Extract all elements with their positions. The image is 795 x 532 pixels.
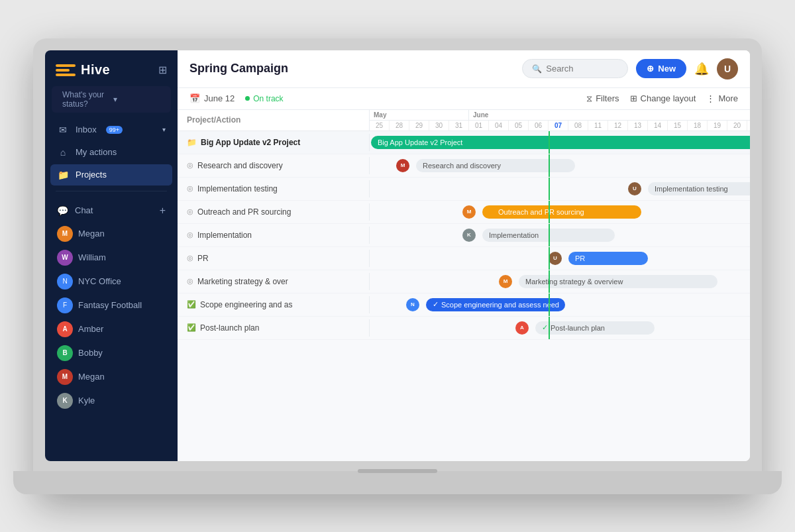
sub-bar-right: ⧖ Filters ⊞ Change layout ⋮ More [586,93,738,104]
status-text: What's your status? [62,90,109,109]
day-29: 29 [409,121,429,131]
date-pill[interactable]: 📅 June 12 [189,93,235,103]
month-june: June [469,110,750,120]
contact-fantasy-football[interactable]: F Fantasy Football [50,293,172,317]
task-check-icon-postlaunch: ✅ [187,323,196,332]
grid-icon[interactable]: ⊞ [158,64,167,76]
sidebar-item-projects[interactable]: 📁 Projects [50,164,172,186]
gantt-row-pr: ◎ PR U PR [178,247,750,270]
contact-william[interactable]: W William [50,246,172,270]
project-folder-icon: 📁 [187,138,197,147]
app-screen: Hive ⊞ What's your status? ▾ ✉ Inbox 99+… [45,50,750,461]
day-11: 11 [588,121,608,131]
research-name: Research and discovery [197,161,283,170]
bar-scope[interactable]: ✓ Scope engineering and assess need [426,298,565,311]
day-20: 20 [727,121,747,131]
logo-bar-1 [56,64,76,67]
gantt-header: Project/Action May June 25 28 29 30 [178,110,750,131]
add-chat-icon[interactable]: + [160,205,166,217]
day-01: 01 [469,121,489,131]
gantt-container: Project/Action May June 25 28 29 30 [178,110,750,461]
filters-button[interactable]: ⧖ Filters [586,93,619,104]
contact-bobby[interactable]: B Bobby [50,341,172,365]
marketing-label: ◎ Marketing strategy & over [178,273,370,290]
gantt-row-scope: ✅ Scope engineering and as N ✓ Scope eng… [178,293,750,317]
day-30: 30 [429,121,449,131]
project-bar-area: Big App Update v2 Project [370,131,750,154]
scope-name: Scope engineering and as [200,300,292,309]
contact-megan[interactable]: M Megan [50,222,172,246]
sidebar-item-inbox[interactable]: ✉ Inbox 99+ ▾ [50,119,172,140]
avatar-bar-postlaunch: A [515,321,529,335]
bar-implementation-text: Implementation [489,231,539,239]
contact-nyc-office[interactable]: N NYC Office [50,270,172,293]
change-layout-button[interactable]: ⊞ Change layout [630,93,696,103]
layout-icon: ⊞ [630,93,637,103]
laptop-wrapper: Hive ⊞ What's your status? ▾ ✉ Inbox 99+… [33,38,762,494]
project-label: 📁 Big App Update v2 Project [178,134,370,151]
contact-megan2[interactable]: M Megan [50,365,172,389]
chat-label: Chat [75,205,93,215]
user-avatar[interactable]: U [717,58,738,80]
outreach-name: Outreach and PR sourcing [197,207,291,217]
bar-research-text: Research and discovery [423,162,501,170]
bar-pr-text: PR [575,254,585,262]
day-06: 06 [529,121,549,131]
bar-pr[interactable]: PR [568,252,648,265]
top-bar: Spring Campaign 🔍 ⊕ New 🔔 U [178,50,750,88]
marketing-bar-area: M Marketing strategy & overview [370,270,750,293]
bar-scope-text: Scope engineering and assess need [441,301,559,309]
day-08: 08 [568,121,588,131]
folder-icon: 📁 [57,170,69,180]
pr-label: ◎ PR [178,250,370,267]
contact-amber[interactable]: A Amber [50,317,172,341]
today-line-6 [549,247,550,270]
sidebar: Hive ⊞ What's your status? ▾ ✉ Inbox 99+… [45,50,178,461]
testing-name: Implementation testing [197,184,278,193]
more-label: More [718,93,738,103]
day-18: 18 [688,121,708,131]
new-label: New [658,64,676,74]
day-15: 15 [668,121,688,131]
sidebar-divider-1 [56,191,167,191]
bar-postlaunch-text: Post-launch plan [551,324,605,332]
projects-label: Projects [76,170,107,180]
day-25: 25 [370,121,390,131]
filters-label: Filters [596,93,619,103]
bar-project[interactable]: Big App Update v2 Project [371,136,750,149]
logo-text: Hive [81,62,110,78]
more-button[interactable]: ⋮ More [706,93,738,103]
day-04: 04 [489,121,509,131]
month-may: May [370,110,469,120]
sidebar-item-my-actions[interactable]: ⌂ My actions [50,142,172,163]
notification-bell-icon[interactable]: 🔔 [694,62,709,76]
status-bar[interactable]: What's your status? ▾ [52,86,171,113]
contact-kyle[interactable]: K Kyle [50,389,172,413]
bar-postlaunch[interactable]: ✓ Post-launch plan [535,321,655,335]
logo-bar-2 [56,69,70,72]
gantt-row-project: 📁 Big App Update v2 Project Big App Upda… [178,131,750,154]
contact-name-nyc: NYC Office [78,276,121,286]
avatar-bar-testing: U [628,182,641,195]
new-plus-icon: ⊕ [647,64,654,74]
gantt-row-testing: ◎ Implementation testing U Implementatio… [178,178,750,201]
avatar-nyc: N [57,274,73,290]
contact-name-bobby: Bobby [78,348,103,358]
contact-name-kyle: Kyle [78,396,95,405]
chat-header[interactable]: 💬 Chat + [50,199,172,222]
on-track-dot [245,96,250,101]
new-button[interactable]: ⊕ New [636,59,686,78]
research-label: ◎ Research and discovery [178,157,370,174]
day-07: 07 [549,121,568,131]
avatar-bar-impl: K [462,229,476,242]
postlaunch-bar-area: A ✓ Post-launch plan [370,317,750,339]
bar-testing-text: Implementation testing [655,185,728,193]
avatar-bobby: B [57,345,73,361]
bar-testing[interactable]: Implementation testing [648,182,750,195]
search-input[interactable] [546,64,618,74]
bar-outreach[interactable]: ⚠ Outreach and PR sourcing [482,205,641,219]
search-box[interactable]: 🔍 [522,59,628,78]
filter-icon: ⧖ [586,93,592,104]
task-circle-icon-testing: ◎ [187,184,193,193]
bar-research[interactable]: Research and discovery [416,159,575,172]
